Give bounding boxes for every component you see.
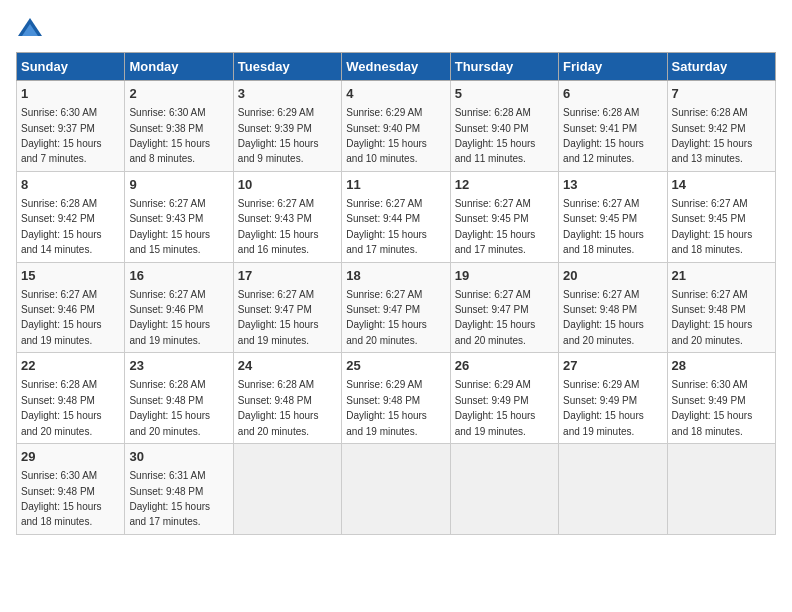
cell-daylight: Daylight: 15 hours and 17 minutes. <box>129 501 210 527</box>
cell-daylight: Daylight: 15 hours and 20 minutes. <box>455 319 536 345</box>
cell-daylight: Daylight: 15 hours and 18 minutes. <box>672 410 753 436</box>
calendar-week-3: 15Sunrise: 6:27 AMSunset: 9:46 PMDayligh… <box>17 262 776 353</box>
cell-daylight: Daylight: 15 hours and 14 minutes. <box>21 229 102 255</box>
calendar-cell: 19Sunrise: 6:27 AMSunset: 9:47 PMDayligh… <box>450 262 558 353</box>
day-number: 13 <box>563 176 662 194</box>
day-header-wednesday: Wednesday <box>342 53 450 81</box>
cell-daylight: Daylight: 15 hours and 12 minutes. <box>563 138 644 164</box>
calendar-cell <box>342 444 450 535</box>
cell-daylight: Daylight: 15 hours and 16 minutes. <box>238 229 319 255</box>
calendar-cell: 7Sunrise: 6:28 AMSunset: 9:42 PMDaylight… <box>667 81 775 172</box>
cell-sunrise: Sunrise: 6:28 AM <box>238 379 314 390</box>
day-number: 25 <box>346 357 445 375</box>
cell-daylight: Daylight: 15 hours and 17 minutes. <box>346 229 427 255</box>
day-number: 14 <box>672 176 771 194</box>
calendar-cell: 1Sunrise: 6:30 AMSunset: 9:37 PMDaylight… <box>17 81 125 172</box>
calendar-cell: 28Sunrise: 6:30 AMSunset: 9:49 PMDayligh… <box>667 353 775 444</box>
cell-sunrise: Sunrise: 6:28 AM <box>21 198 97 209</box>
cell-sunrise: Sunrise: 6:27 AM <box>346 289 422 300</box>
day-number: 2 <box>129 85 228 103</box>
calendar-week-2: 8Sunrise: 6:28 AMSunset: 9:42 PMDaylight… <box>17 171 776 262</box>
calendar-cell: 14Sunrise: 6:27 AMSunset: 9:45 PMDayligh… <box>667 171 775 262</box>
cell-sunrise: Sunrise: 6:27 AM <box>672 198 748 209</box>
cell-sunrise: Sunrise: 6:27 AM <box>563 198 639 209</box>
day-number: 3 <box>238 85 337 103</box>
cell-sunset: Sunset: 9:39 PM <box>238 123 312 134</box>
calendar-cell: 2Sunrise: 6:30 AMSunset: 9:38 PMDaylight… <box>125 81 233 172</box>
cell-sunset: Sunset: 9:44 PM <box>346 213 420 224</box>
day-header-thursday: Thursday <box>450 53 558 81</box>
cell-sunrise: Sunrise: 6:30 AM <box>21 470 97 481</box>
calendar-cell: 13Sunrise: 6:27 AMSunset: 9:45 PMDayligh… <box>559 171 667 262</box>
cell-daylight: Daylight: 15 hours and 13 minutes. <box>672 138 753 164</box>
cell-daylight: Daylight: 15 hours and 20 minutes. <box>672 319 753 345</box>
cell-sunrise: Sunrise: 6:28 AM <box>563 107 639 118</box>
day-header-sunday: Sunday <box>17 53 125 81</box>
cell-daylight: Daylight: 15 hours and 18 minutes. <box>672 229 753 255</box>
cell-daylight: Daylight: 15 hours and 19 minutes. <box>129 319 210 345</box>
day-number: 27 <box>563 357 662 375</box>
day-number: 18 <box>346 267 445 285</box>
cell-daylight: Daylight: 15 hours and 20 minutes. <box>238 410 319 436</box>
cell-sunrise: Sunrise: 6:30 AM <box>129 107 205 118</box>
cell-daylight: Daylight: 15 hours and 8 minutes. <box>129 138 210 164</box>
calendar-cell: 9Sunrise: 6:27 AMSunset: 9:43 PMDaylight… <box>125 171 233 262</box>
day-header-saturday: Saturday <box>667 53 775 81</box>
calendar-cell <box>450 444 558 535</box>
cell-sunset: Sunset: 9:47 PM <box>238 304 312 315</box>
day-number: 5 <box>455 85 554 103</box>
calendar-cell: 27Sunrise: 6:29 AMSunset: 9:49 PMDayligh… <box>559 353 667 444</box>
day-number: 16 <box>129 267 228 285</box>
calendar-cell <box>233 444 341 535</box>
cell-sunset: Sunset: 9:45 PM <box>672 213 746 224</box>
day-header-row: SundayMondayTuesdayWednesdayThursdayFrid… <box>17 53 776 81</box>
cell-sunrise: Sunrise: 6:29 AM <box>455 379 531 390</box>
cell-daylight: Daylight: 15 hours and 10 minutes. <box>346 138 427 164</box>
calendar-cell: 21Sunrise: 6:27 AMSunset: 9:48 PMDayligh… <box>667 262 775 353</box>
cell-sunset: Sunset: 9:46 PM <box>21 304 95 315</box>
calendar-cell: 29Sunrise: 6:30 AMSunset: 9:48 PMDayligh… <box>17 444 125 535</box>
day-number: 6 <box>563 85 662 103</box>
cell-sunrise: Sunrise: 6:27 AM <box>129 198 205 209</box>
day-number: 1 <box>21 85 120 103</box>
day-number: 29 <box>21 448 120 466</box>
day-number: 4 <box>346 85 445 103</box>
cell-sunrise: Sunrise: 6:27 AM <box>455 198 531 209</box>
cell-daylight: Daylight: 15 hours and 11 minutes. <box>455 138 536 164</box>
cell-sunset: Sunset: 9:48 PM <box>563 304 637 315</box>
day-header-tuesday: Tuesday <box>233 53 341 81</box>
cell-sunrise: Sunrise: 6:27 AM <box>238 289 314 300</box>
cell-sunset: Sunset: 9:42 PM <box>21 213 95 224</box>
cell-sunset: Sunset: 9:40 PM <box>455 123 529 134</box>
calendar-cell: 16Sunrise: 6:27 AMSunset: 9:46 PMDayligh… <box>125 262 233 353</box>
cell-daylight: Daylight: 15 hours and 20 minutes. <box>129 410 210 436</box>
cell-daylight: Daylight: 15 hours and 17 minutes. <box>455 229 536 255</box>
cell-sunset: Sunset: 9:45 PM <box>563 213 637 224</box>
cell-sunrise: Sunrise: 6:28 AM <box>672 107 748 118</box>
cell-sunrise: Sunrise: 6:27 AM <box>563 289 639 300</box>
calendar-cell: 25Sunrise: 6:29 AMSunset: 9:48 PMDayligh… <box>342 353 450 444</box>
cell-daylight: Daylight: 15 hours and 9 minutes. <box>238 138 319 164</box>
calendar-cell: 18Sunrise: 6:27 AMSunset: 9:47 PMDayligh… <box>342 262 450 353</box>
cell-sunset: Sunset: 9:48 PM <box>672 304 746 315</box>
calendar-cell: 30Sunrise: 6:31 AMSunset: 9:48 PMDayligh… <box>125 444 233 535</box>
cell-daylight: Daylight: 15 hours and 15 minutes. <box>129 229 210 255</box>
cell-sunset: Sunset: 9:48 PM <box>21 395 95 406</box>
day-number: 15 <box>21 267 120 285</box>
calendar-cell: 5Sunrise: 6:28 AMSunset: 9:40 PMDaylight… <box>450 81 558 172</box>
cell-sunrise: Sunrise: 6:30 AM <box>21 107 97 118</box>
day-number: 28 <box>672 357 771 375</box>
cell-sunset: Sunset: 9:37 PM <box>21 123 95 134</box>
day-number: 26 <box>455 357 554 375</box>
cell-daylight: Daylight: 15 hours and 18 minutes. <box>563 229 644 255</box>
cell-daylight: Daylight: 15 hours and 19 minutes. <box>238 319 319 345</box>
cell-sunset: Sunset: 9:38 PM <box>129 123 203 134</box>
calendar-cell: 26Sunrise: 6:29 AMSunset: 9:49 PMDayligh… <box>450 353 558 444</box>
cell-sunrise: Sunrise: 6:27 AM <box>346 198 422 209</box>
calendar-cell: 4Sunrise: 6:29 AMSunset: 9:40 PMDaylight… <box>342 81 450 172</box>
calendar-cell: 20Sunrise: 6:27 AMSunset: 9:48 PMDayligh… <box>559 262 667 353</box>
cell-daylight: Daylight: 15 hours and 19 minutes. <box>563 410 644 436</box>
day-number: 11 <box>346 176 445 194</box>
cell-sunrise: Sunrise: 6:28 AM <box>455 107 531 118</box>
day-number: 12 <box>455 176 554 194</box>
